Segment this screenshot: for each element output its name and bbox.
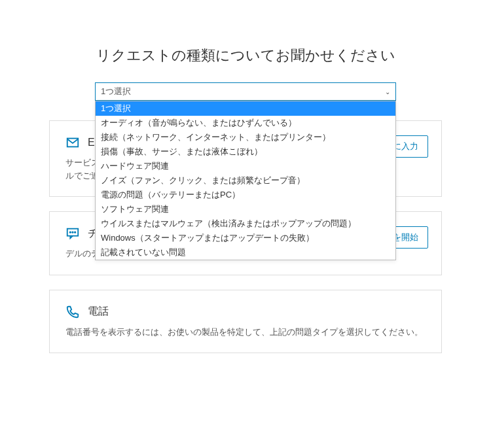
dropdown-option[interactable]: 記載されていない問題 <box>96 245 395 260</box>
issue-type-select[interactable]: 1つ選択 ⌄ 1つ選択オーディオ（音が鳴らない、またはひずんでいる）接続（ネット… <box>95 82 396 101</box>
phone-title: 電話 <box>88 305 109 319</box>
select-current-value: 1つ選択 <box>101 86 131 97</box>
email-icon <box>65 135 80 150</box>
svg-point-2 <box>70 232 71 232</box>
svg-point-3 <box>72 232 73 232</box>
select-display[interactable]: 1つ選択 ⌄ <box>95 82 396 101</box>
dropdown-option[interactable]: ソフトウェア関連 <box>96 202 395 216</box>
dropdown-option[interactable]: 損傷（事故、サージ、または液体こぼれ） <box>96 145 395 159</box>
chat-icon <box>65 226 80 241</box>
dropdown-option[interactable]: Windows（スタートアップまたはアップデートの失敗） <box>96 231 395 245</box>
dropdown-option[interactable]: 接続（ネットワーク、インターネット、またはプリンター） <box>96 130 395 145</box>
phone-desc: 電話番号を表示するには、お使いの製品を特定して、上記の問題タイプを選択してくださ… <box>65 326 426 339</box>
dropdown-option[interactable]: ハードウェア関連 <box>96 159 395 173</box>
dropdown-option[interactable]: ノイズ（ファン、クリック、または頻繁なビープ音） <box>96 173 395 188</box>
page-title: リクエストの種類についてお聞かせください <box>49 46 442 65</box>
dropdown-option[interactable]: オーディオ（音が鳴らない、またはひずんでいる） <box>96 116 395 130</box>
select-dropdown: 1つ選択オーディオ（音が鳴らない、またはひずんでいる）接続（ネットワーク、インタ… <box>95 101 396 260</box>
phone-icon <box>65 305 80 319</box>
dropdown-option[interactable]: 電源の問題（バッテリーまたはPC） <box>96 188 395 202</box>
phone-card: 電話 電話番号を表示するには、お使いの製品を特定して、上記の問題タイプを選択して… <box>49 290 442 354</box>
dropdown-option[interactable]: 1つ選択 <box>96 101 395 116</box>
dropdown-option[interactable]: ウイルスまたはマルウェア（検出済みまたはポップアップの問題） <box>96 216 395 231</box>
svg-point-4 <box>75 232 75 232</box>
chevron-down-icon: ⌄ <box>385 88 390 95</box>
